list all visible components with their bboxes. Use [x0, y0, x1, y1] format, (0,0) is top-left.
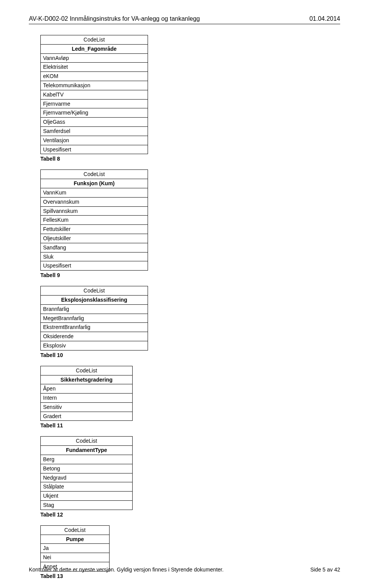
- codelist-row: Eksplosiv: [41, 341, 148, 350]
- codelist-row: Sandfang: [41, 243, 148, 252]
- codelist-row: Ventilasjon: [41, 136, 148, 145]
- codelist-row: Betong: [41, 464, 132, 473]
- codelist-heading-main: Pumpe: [41, 535, 109, 544]
- codelist-row: Fettutskiller: [41, 225, 148, 234]
- codelist-row: Samferdsel: [41, 127, 148, 136]
- footer-right: Side 5 av 42: [310, 566, 340, 573]
- codelist-row: Ukjent: [41, 492, 132, 501]
- codelist-row: Telekommunikasjon: [41, 81, 148, 90]
- codelist-heading-sup: CodeList: [41, 35, 148, 45]
- codelist-table: CodeListLedn_FagområdeVannAvløpElektrisi…: [40, 35, 148, 154]
- codelist-row: Spillvannskum: [41, 207, 148, 216]
- codelist-row: VannAvløp: [41, 54, 148, 63]
- codelist-row: KabelTV: [41, 90, 148, 100]
- codelist-row: Sensitiv: [41, 403, 132, 412]
- codelist-row: Brannfarlig: [41, 305, 148, 314]
- codelist-row: EkstremtBrannfarlig: [41, 323, 148, 332]
- page: AV-K-D002-02 Innmålingsinstruks for VA-a…: [0, 0, 369, 588]
- table-caption: Tabell 12: [40, 512, 340, 518]
- codelist-row: FellesKum: [41, 216, 148, 225]
- header-date: 01.04.2014: [309, 15, 340, 22]
- codelist-row: Nei: [41, 553, 109, 562]
- codelist-row: Uspesifisert: [41, 145, 148, 154]
- codelist-table: CodeListFundamentTypeBergBetongNedgravdS…: [40, 436, 133, 510]
- codelist-row: Ja: [41, 544, 109, 553]
- codelist-row: Sluk: [41, 252, 148, 262]
- header-bar: AV-K-D002-02 Innmålingsinstruks for VA-a…: [29, 15, 340, 22]
- codelist-row: Fjernvarme: [41, 100, 148, 109]
- codelist-row: OljeGass: [41, 118, 148, 127]
- codelist-heading-sup: CodeList: [41, 437, 132, 446]
- codelist-row: Oljeutskiller: [41, 234, 148, 243]
- codelist-row: Intern: [41, 394, 132, 403]
- codelist-row: Oksiderende: [41, 332, 148, 341]
- codelist-heading-main: Sikkerhetsgradering: [41, 375, 132, 385]
- codelist-row: eKOM: [41, 72, 148, 81]
- codelist-row: Fjernvarme/Kjøling: [41, 108, 148, 118]
- codelist-row: MegetBrannfarlig: [41, 314, 148, 323]
- header-divider: [29, 24, 340, 24]
- footer: Kontroller at dette er nyeste versjon. G…: [29, 566, 340, 573]
- codelist-heading-main: FundamentType: [41, 446, 132, 455]
- footer-left: Kontroller at dette er nyeste versjon. G…: [29, 566, 224, 573]
- codelist-table: CodeListFunksjon (Kum)VannKumOvervannsku…: [40, 169, 148, 271]
- codelist-heading-sup: CodeList: [41, 526, 109, 535]
- codelist-row: Stag: [41, 501, 132, 510]
- codelist-row: VannKum: [41, 188, 148, 198]
- codelist-row: Uspesifisert: [41, 261, 148, 271]
- header-left: AV-K-D002-02 Innmålingsinstruks for VA-a…: [29, 15, 200, 22]
- codelist-heading-sup: CodeList: [41, 170, 148, 179]
- table-caption: Tabell 13: [40, 573, 340, 579]
- codelist-row: Elektrisitet: [41, 63, 148, 72]
- table-caption: Tabell 9: [40, 272, 340, 278]
- codelist-heading-sup: CodeList: [41, 286, 148, 296]
- codelist-table: CodeListEksplosjonsklassifiseringBrannfa…: [40, 286, 148, 350]
- codelist-heading-main: Funksjon (Kum): [41, 179, 148, 188]
- codelist-row: Åpen: [41, 384, 132, 394]
- table-caption: Tabell 8: [40, 156, 340, 162]
- codelist-heading-main: Eksplosjonsklassifisering: [41, 296, 148, 305]
- codelist-heading-main: Ledn_Fagområde: [41, 45, 148, 54]
- codelist-row: Overvannskum: [41, 198, 148, 207]
- codelist-table: CodeListSikkerhetsgraderingÅpenInternSen…: [40, 366, 133, 421]
- table-caption: Tabell 11: [40, 422, 340, 429]
- table-caption: Tabell 10: [40, 352, 340, 358]
- codelist-row: Nedgravd: [41, 473, 132, 483]
- tables-container: CodeListLedn_FagområdeVannAvløpElektrisi…: [29, 35, 340, 579]
- codelist-heading-sup: CodeList: [41, 366, 132, 375]
- codelist-row: Gradert: [41, 412, 132, 421]
- codelist-row: Berg: [41, 455, 132, 464]
- codelist-table: CodeListPumpeJaNeiAnnet: [40, 525, 110, 571]
- codelist-row: Stålplate: [41, 482, 132, 492]
